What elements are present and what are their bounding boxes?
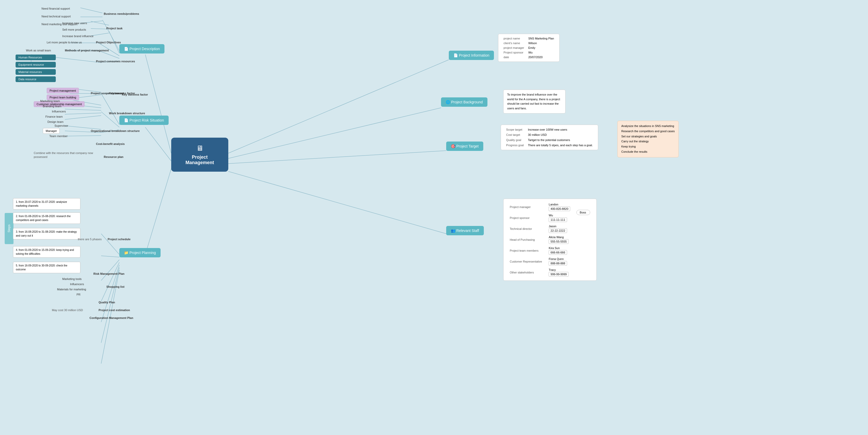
need-financial: Need financial support <box>41 7 70 10</box>
quality-plan-label: Quality Plan <box>99 301 115 304</box>
date-label: date <box>501 55 526 59</box>
cost-target-label: Cost target <box>504 132 526 137</box>
human-resources-box: Human Resources <box>16 55 56 60</box>
project-management-box: Project management <box>47 88 79 93</box>
project-description-node: 📄 Project Description <box>119 44 164 54</box>
svg-line-30 <box>65 109 101 110</box>
analysis-item-4: Carry out the strategy <box>621 139 675 144</box>
work-breakdown-label: Work breakdown structure <box>109 112 145 115</box>
svg-line-36 <box>65 136 101 136</box>
need-technical: Need technical support <box>41 15 71 18</box>
analysis-item-6: Conclude the results <box>621 149 675 154</box>
cost-target-value: 30 million USD <box>526 132 595 137</box>
boss-badge: Boss <box>577 210 590 215</box>
supervisor: Supervisor <box>55 124 68 127</box>
progress-goal-label: Progress goal <box>504 143 526 148</box>
analysis-item-5: Keep trying <box>621 144 675 149</box>
steps-node: Steps <box>5 213 13 244</box>
quality-goal-value: Tartget to the potential customers <box>526 137 595 143</box>
branding-team: Branding team <box>43 105 61 108</box>
os-role-label: Other stakeholders <box>507 267 546 278</box>
target-icon: 🎯 <box>451 144 456 148</box>
materials-marketing: Materials for marketing <box>57 288 86 291</box>
ptm-info: Kira Sun 666-66-666 <box>546 245 574 256</box>
project-info-table: project name SNS Marketing Plan client's… <box>498 34 560 62</box>
svg-line-31 <box>65 113 101 114</box>
org-breakdown-label: Organizational breakdown structure <box>91 129 140 133</box>
pr-label: PR <box>76 293 81 296</box>
project-bg-node: 🌐 Project Background <box>441 97 488 107</box>
svg-line-7 <box>102 20 119 51</box>
project-info-node: 📄 Project Information <box>449 51 494 60</box>
step-5-box: 5. from 16-09-2020 to 30-09-2020: check … <box>13 262 81 273</box>
marketing-team: Marketing team <box>40 99 60 103</box>
analysis-box: Analysize the situations in SNS marketin… <box>617 121 679 157</box>
pm-info: Landon 400-820-8820 <box>546 202 574 212</box>
svg-line-1 <box>145 127 171 161</box>
project-bg-label: Project Background <box>451 100 483 104</box>
svg-line-12 <box>91 21 109 25</box>
project-name-value: SNS Marketing Plan <box>526 36 556 41</box>
methods-label: Methods of project management <box>65 49 109 52</box>
center-title: Project Management <box>185 154 214 165</box>
project-schedule-desc: there are 5 phases <box>78 238 102 241</box>
project-task-label: Project task <box>106 27 122 30</box>
document-icon: 📄 <box>124 47 129 51</box>
project-planning-node: 📁 Project Planning <box>119 248 161 257</box>
step-2-box: 2. from 01-08-2020 to 15-08-2020: resear… <box>13 212 81 224</box>
business-needs-label: Business needs/problems <box>104 12 139 15</box>
project-target-node: 🎯 Project Target <box>446 142 483 151</box>
analysis-item-2: Research the competitors and good cases <box>621 129 675 134</box>
ps-info: Wu 111-11-111 <box>546 212 574 223</box>
step-3-box: 3. from 16-08-2020 to 31-08-2020: make t… <box>13 228 81 239</box>
analysis-item-1: Analysize the situations in SNS marketin… <box>621 124 675 129</box>
resource-plan-label: Resource plan <box>104 155 123 158</box>
svg-line-5 <box>228 151 446 164</box>
svg-line-38 <box>101 256 119 257</box>
cr-info: Fiona Qunn 888-88-888 <box>546 256 574 267</box>
resource-plan-desc: Combine with the resources that company … <box>34 151 93 154</box>
svg-line-6 <box>228 171 446 234</box>
team-member: Team member <box>49 135 67 138</box>
project-manager-value: Emily <box>526 46 556 50</box>
cost-estimation-value: May cost 30 million USD <box>52 309 83 312</box>
svg-line-14 <box>91 33 109 36</box>
sell-products: Sell more products <box>62 28 86 31</box>
project-target-label: Project Target <box>456 144 478 148</box>
project-manager-label: project manager <box>501 46 526 50</box>
let-more-people: Let more people to know us <box>47 41 82 44</box>
cost-estimation-label: Project cost estimation <box>99 309 130 312</box>
people-icon: 👥 <box>451 229 456 233</box>
svg-line-39 <box>101 260 119 281</box>
project-description-label: Project Description <box>129 47 160 51</box>
scope-target-label: Scope target <box>504 127 526 132</box>
info-document-icon: 📄 <box>454 53 459 57</box>
config-mgmt-label: Configuration Management Plan <box>90 316 133 319</box>
consumes-label: Project consumes resources <box>96 60 135 63</box>
svg-line-2 <box>145 169 171 255</box>
project-sponsor-label: Project sponsor <box>501 50 526 55</box>
svg-line-32 <box>65 116 101 119</box>
material-resources-box: Material resources <box>16 69 56 75</box>
analysis-item-3: Set our strategies and goals <box>621 134 675 139</box>
computer-icon: 🖥 <box>180 144 220 152</box>
svg-line-34 <box>65 126 101 129</box>
design-team: Design team <box>48 120 64 123</box>
svg-line-22 <box>101 93 119 125</box>
hop-role-label: Head of Purchasing <box>507 234 546 245</box>
equipment-resource-box: Equipment resource <box>16 62 56 67</box>
td-info: Jason 22-22-2222 <box>546 223 574 234</box>
project-name-label: project name <box>501 36 526 41</box>
influencers-shop: Influencers <box>70 283 84 286</box>
svg-line-0 <box>145 55 171 153</box>
project-risk-node: 📄 Project Risk Situation <box>119 116 168 125</box>
pm-role-label: Project manager <box>507 202 546 212</box>
svg-line-42 <box>101 267 119 343</box>
progress-goal-value: There are totally 5 stpes, and each step… <box>526 143 595 148</box>
hop-info: Alicia Wang 555-55-5555 <box>546 234 574 245</box>
increase-brand: Increase brand influence <box>62 34 93 38</box>
finance-team: Finance team <box>45 115 63 118</box>
relevant-staff-node: 👥 Relevant Staff <box>446 226 484 235</box>
influencers: Influencers <box>52 110 66 113</box>
os-info: Tracy 999-99-9999 <box>546 267 574 278</box>
